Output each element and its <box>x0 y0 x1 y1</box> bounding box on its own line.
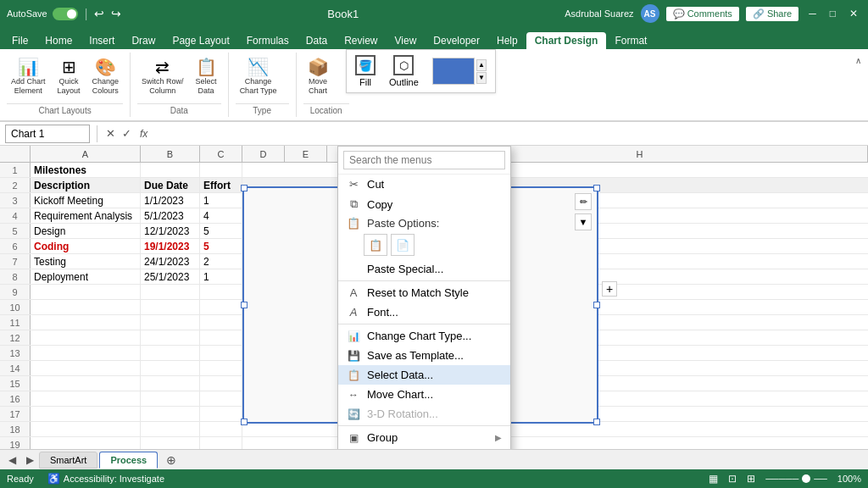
cell[interactable] <box>31 361 141 375</box>
minimize-btn[interactable]: ─ <box>805 8 820 19</box>
menu-item-bring-front[interactable]: ⬆ Bring to Front ▶ <box>338 447 510 449</box>
select-data-btn[interactable]: 📋 SelectData <box>192 56 221 98</box>
name-box[interactable]: Chart 1 <box>5 125 90 143</box>
cell[interactable] <box>200 376 242 391</box>
change-chart-type-btn[interactable]: 📉 ChangeChart Type <box>236 56 281 98</box>
row-num[interactable]: 1 <box>0 163 31 177</box>
cell-description-header[interactable]: Description <box>31 178 141 192</box>
cell[interactable]: 2 <box>200 254 242 269</box>
undo-btn[interactable]: ↩ <box>94 7 104 20</box>
cell[interactable] <box>141 422 200 436</box>
tab-draw[interactable]: Draw <box>123 32 164 49</box>
cell[interactable] <box>141 361 200 375</box>
cell[interactable]: 5/1/2023 <box>141 208 200 223</box>
cell[interactable] <box>141 300 200 314</box>
cell[interactable] <box>200 346 242 360</box>
cell[interactable]: 5 <box>200 239 242 253</box>
cell[interactable] <box>31 285 141 299</box>
cell[interactable]: Design <box>31 224 141 238</box>
cell[interactable]: Testing <box>31 254 141 269</box>
quick-layout-btn[interactable]: ⊞ QuickLayout <box>53 56 85 98</box>
sheet-nav-right[interactable]: ▶ <box>21 452 39 468</box>
formula-fx[interactable]: fx <box>136 128 151 140</box>
row-num[interactable]: 6 <box>0 239 31 253</box>
cell[interactable] <box>200 315 242 330</box>
menu-item-save-template[interactable]: 💾 Save as Template... <box>338 346 510 365</box>
tab-insert[interactable]: Insert <box>81 32 123 49</box>
cell-kickoff[interactable]: Kickoff Meeting <box>31 193 141 208</box>
sheet-tab-process[interactable]: Process <box>99 452 158 469</box>
row-num[interactable]: 2 <box>0 178 31 192</box>
switch-row-column-btn[interactable]: ⇄ Switch Row/Column <box>137 56 188 98</box>
cell[interactable] <box>200 163 242 177</box>
cell[interactable] <box>31 300 141 314</box>
chart-filter-icon[interactable]: ▼ <box>575 214 592 230</box>
change-colours-btn[interactable]: 🎨 ChangeColours <box>88 56 124 98</box>
cell-coding[interactable]: Coding <box>31 239 141 253</box>
cell[interactable] <box>242 422 868 436</box>
cell[interactable] <box>141 330 200 345</box>
menu-item-group[interactable]: ▣ Group ▶ <box>338 428 510 447</box>
view-normal-btn[interactable]: ▦ <box>709 473 718 485</box>
add-sheet-btn[interactable]: ⊕ <box>159 451 183 469</box>
sheet-tab-smartart[interactable]: SmartArt <box>39 452 97 469</box>
cell[interactable] <box>242 437 868 449</box>
cell[interactable]: 24/1/2023 <box>141 254 200 269</box>
chart-edit-icon[interactable]: ✏ <box>575 193 592 210</box>
row-num[interactable]: 10 <box>0 300 31 314</box>
row-num[interactable]: 11 <box>0 315 31 330</box>
row-num[interactable]: 16 <box>0 391 31 406</box>
cell[interactable]: 1 <box>200 193 242 208</box>
cell[interactable]: Deployment <box>31 269 141 284</box>
cell[interactable] <box>31 315 141 330</box>
cell[interactable]: 4 <box>200 208 242 223</box>
cell[interactable] <box>200 437 242 449</box>
row-num[interactable]: 8 <box>0 269 31 284</box>
row-num[interactable]: 17 <box>0 407 31 421</box>
col-B[interactable]: B <box>141 146 200 162</box>
cell[interactable]: 1/1/2023 <box>141 193 200 208</box>
cell[interactable] <box>141 346 200 360</box>
cell[interactable] <box>141 437 200 449</box>
outline-btn[interactable]: ⬡ Outline <box>389 55 419 87</box>
cell[interactable] <box>31 376 141 391</box>
menu-item-reset-match[interactable]: A Reset to Match Style <box>338 283 510 302</box>
comments-btn[interactable]: 💬 Comments <box>666 7 739 21</box>
ribbon-collapse-btn[interactable]: ∧ <box>849 53 868 69</box>
cell[interactable]: 19/1/2023 <box>141 239 200 253</box>
add-chart-element-btn[interactable]: 📊 Add ChartElement <box>7 56 50 98</box>
tab-help[interactable]: Help <box>488 32 526 49</box>
row-num[interactable]: 12 <box>0 330 31 345</box>
cell[interactable] <box>141 285 200 299</box>
tab-developer[interactable]: Developer <box>425 32 488 49</box>
menu-item-cut[interactable]: ✂ Cut <box>338 175 510 194</box>
cell[interactable] <box>200 407 242 421</box>
row-num[interactable]: 19 <box>0 437 31 449</box>
view-page-break-btn[interactable]: ⊞ <box>747 473 755 485</box>
chart-add-icon[interactable]: + <box>602 281 617 297</box>
tab-page-layout[interactable]: Page Layout <box>164 32 237 49</box>
row-num[interactable]: 4 <box>0 208 31 223</box>
cell[interactable] <box>31 422 141 436</box>
col-E[interactable]: E <box>285 146 327 162</box>
cell[interactable]: 5 <box>200 224 242 238</box>
paste-icon-btn-1[interactable]: 📋 <box>364 234 387 256</box>
cell[interactable]: 12/1/2023 <box>141 224 200 238</box>
tab-format[interactable]: Format <box>606 32 655 49</box>
formula-input[interactable] <box>154 127 863 141</box>
share-btn[interactable]: 🔗 Share <box>746 7 798 21</box>
tab-home[interactable]: Home <box>36 32 81 49</box>
cell[interactable] <box>200 285 242 299</box>
view-page-layout-btn[interactable]: ⊡ <box>728 473 737 485</box>
cell[interactable] <box>141 407 200 421</box>
menu-search-input[interactable] <box>343 151 505 169</box>
cell[interactable] <box>141 163 200 177</box>
cell[interactable] <box>200 300 242 314</box>
cell[interactable] <box>242 163 868 177</box>
col-A[interactable]: A <box>31 146 141 162</box>
formula-check[interactable]: ✓ <box>120 127 133 140</box>
autosave-toggle[interactable] <box>53 8 78 20</box>
menu-item-copy[interactable]: ⧉ Copy <box>338 194 510 214</box>
tab-view[interactable]: View <box>387 32 426 49</box>
cell-effort-header[interactable]: Effort <box>200 178 242 192</box>
